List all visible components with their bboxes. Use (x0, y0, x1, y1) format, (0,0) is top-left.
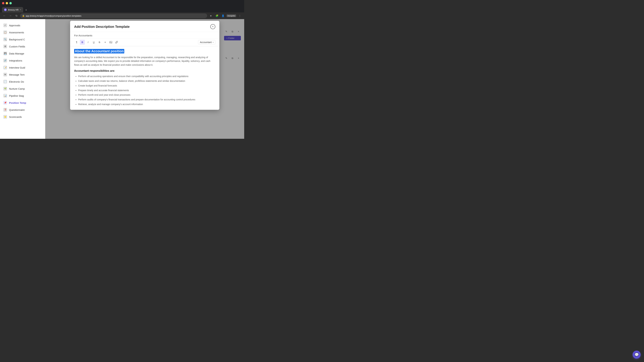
editor-content[interactable]: About the Accountant position We are loo… (70, 46, 219, 110)
address-bar: ← → ↻ 🔒 app.breezy.hr/app/c/moodjoy/comp… (0, 12, 244, 19)
list-item: Calculate taxes and create tax returns, … (78, 79, 215, 83)
editor-subheading: Accountant responsibilities are: (74, 69, 215, 72)
close-window-button[interactable] (2, 2, 4, 4)
list-item: Create budget and financial forecasts (78, 84, 215, 88)
incognito-badge: Incognito (226, 14, 236, 17)
italic-button[interactable]: I (86, 40, 90, 45)
browser-tab[interactable]: B Breezy HR × (2, 7, 23, 12)
list-button[interactable]: ≡ (103, 40, 108, 45)
editor-list: Perform all accounting operations and en… (74, 74, 215, 106)
refresh-button[interactable]: ↻ (14, 13, 19, 18)
sidebar-item-message-templates[interactable]: ✉ Message Tem (0, 71, 45, 78)
sidebar-item-data-manage-label: Data Manage (9, 52, 24, 55)
sidebar-item-background[interactable]: 🔍 Background C (0, 36, 45, 43)
main-content: ✎ ⧉ × + Folder ✎ ⧉ × Add Position Descri… (45, 19, 244, 139)
data-manage-icon: 💾 (3, 52, 7, 55)
sidebar-item-custom-fields-label: Custom Fields (9, 45, 25, 48)
sidebar-item-assessments-label: Assessments (9, 31, 24, 34)
sidebar-item-background-label: Background C (9, 38, 25, 41)
link-button[interactable] (114, 40, 119, 45)
sidebar-item-integrations-label: Integrations (9, 59, 22, 62)
browser-chrome: B Breezy HR × + ← → ↻ 🔒 app.breezy.hr/ap… (0, 0, 244, 19)
sidebar-item-questionnaire-label: Questionnaire (9, 108, 25, 111)
maximize-window-button[interactable] (10, 2, 12, 4)
sidebar-item-assessments[interactable]: 📋 Assessments (0, 29, 45, 36)
sidebar-item-scorecards-label: Scorecards (9, 115, 22, 118)
minimize-window-button[interactable] (6, 2, 8, 4)
modal-title: Add Position Description Template (74, 25, 130, 29)
url-bar[interactable]: 🔒 app.breezy.hr/app/c/moodjoy/company/po… (20, 13, 207, 18)
modal-dialog: Add Position Description Template × For … (70, 21, 219, 110)
pipeline-stage-icon: 📊 (3, 94, 7, 97)
extensions-button[interactable]: 🧩 (214, 13, 219, 18)
custom-fields-icon: ⚙ (3, 44, 7, 48)
interview-guide-icon: 📝 (3, 66, 7, 69)
editor-heading: About the Accountant position (74, 49, 124, 53)
sidebar-item-nurture-camp-label: Nurture Camp (9, 87, 25, 90)
tab-bar: B Breezy HR × + (0, 6, 244, 12)
sidebar-item-custom-fields[interactable]: ⚙ Custom Fields (0, 43, 45, 50)
lock-icon: 🔒 (22, 14, 25, 17)
image-button[interactable] (108, 40, 113, 45)
sidebar-item-questionnaire[interactable]: ❓ Questionnaire (0, 106, 45, 113)
paragraph-button[interactable]: ¶ (74, 40, 79, 45)
sidebar-item-pipeline-stage-label: Pipeline Stag (9, 94, 24, 97)
window-controls (2, 2, 12, 4)
url-text: app.breezy.hr/app/c/moodjoy/company/posi… (26, 14, 81, 17)
sidebar-item-integrations[interactable]: 🔗 Integrations (0, 57, 45, 64)
modal-backdrop: Add Position Description Template × For … (45, 19, 244, 139)
new-tab-button[interactable]: + (24, 8, 28, 12)
message-templates-icon: ✉ (3, 73, 7, 76)
profile-button[interactable]: 👤 (220, 13, 225, 18)
list-item: Perform all accounting operations and en… (78, 74, 215, 78)
list-item: Retrieve, analyze and manage company's a… (78, 102, 215, 106)
bold-button[interactable]: B (80, 40, 85, 45)
sidebar-item-electronic-doc-label: Electronic Do (9, 80, 24, 83)
chevron-down-icon: ▾ (213, 41, 214, 43)
nurture-camp-icon: 🌱 (3, 87, 7, 90)
background-icon: 🔍 (3, 37, 7, 41)
bookmark-button[interactable]: ★ (208, 13, 213, 18)
sidebar-item-position-temp[interactable]: 📌 Position Temp (0, 99, 45, 106)
electronic-doc-icon: 📄 (3, 80, 7, 83)
assessments-icon: 📋 (3, 30, 7, 34)
position-value: Accountant (200, 41, 212, 43)
sidebar-item-electronic-doc[interactable]: 📄 Electronic Do (0, 78, 45, 85)
modal-header: Add Position Description Template × (70, 21, 219, 32)
strikethrough-button[interactable]: S (97, 40, 102, 45)
sidebar-item-interview-guide[interactable]: 📝 Interview Guid (0, 64, 45, 71)
sidebar-item-scorecards[interactable]: ⭐ Scorecards (0, 113, 45, 120)
sidebar-item-position-temp-label: Position Temp (9, 101, 26, 104)
questionnaire-icon: ❓ (3, 108, 7, 112)
tab-favicon: B (4, 8, 7, 11)
template-name: For Accountants (70, 32, 219, 38)
integrations-icon: 🔗 (3, 59, 7, 62)
browser-actions: ★ 🧩 👤 Incognito ⋮ (208, 13, 242, 18)
sidebar: ✓ Approvals 📋 Assessments 🔍 Background C… (0, 19, 45, 139)
app-area: ✓ Approvals 📋 Assessments 🔍 Background C… (0, 19, 244, 139)
sidebar-item-interview-guide-label: Interview Guid (9, 66, 25, 69)
back-button[interactable]: ← (2, 13, 7, 18)
list-item: Prepare timely and accurate financial st… (78, 88, 215, 92)
position-selector[interactable]: Accountant ▾ (198, 40, 215, 44)
editor-paragraph: We are looking for a skilled Accountant … (74, 55, 215, 67)
underline-button[interactable]: U (91, 40, 96, 45)
list-item: Perform month-end and year-end close pro… (78, 93, 215, 97)
list-item: Perform audits of company's financial tr… (78, 98, 215, 102)
sidebar-item-pipeline-stage[interactable]: 📊 Pipeline Stag (0, 92, 45, 99)
sidebar-item-message-templates-label: Message Tem (9, 73, 25, 76)
sidebar-item-data-manage[interactable]: 💾 Data Manage (0, 50, 45, 57)
menu-button[interactable]: ⋮ (238, 13, 242, 18)
sidebar-item-nurture-camp[interactable]: 🌱 Nurture Camp (0, 85, 45, 92)
sidebar-item-approvals-label: Approvals (9, 24, 20, 27)
svg-rect-0 (110, 41, 112, 43)
position-temp-icon: 📌 (3, 101, 7, 105)
tab-close-button[interactable]: × (20, 8, 21, 11)
title-bar (0, 0, 244, 6)
scorecards-icon: ⭐ (3, 115, 7, 119)
tab-label: Breezy HR (8, 8, 18, 11)
sidebar-item-approvals[interactable]: ✓ Approvals (0, 22, 45, 29)
forward-button[interactable]: → (8, 13, 13, 18)
modal-close-button[interactable]: × (210, 24, 215, 29)
editor-toolbar: ¶ B I U S ≡ (70, 38, 219, 46)
